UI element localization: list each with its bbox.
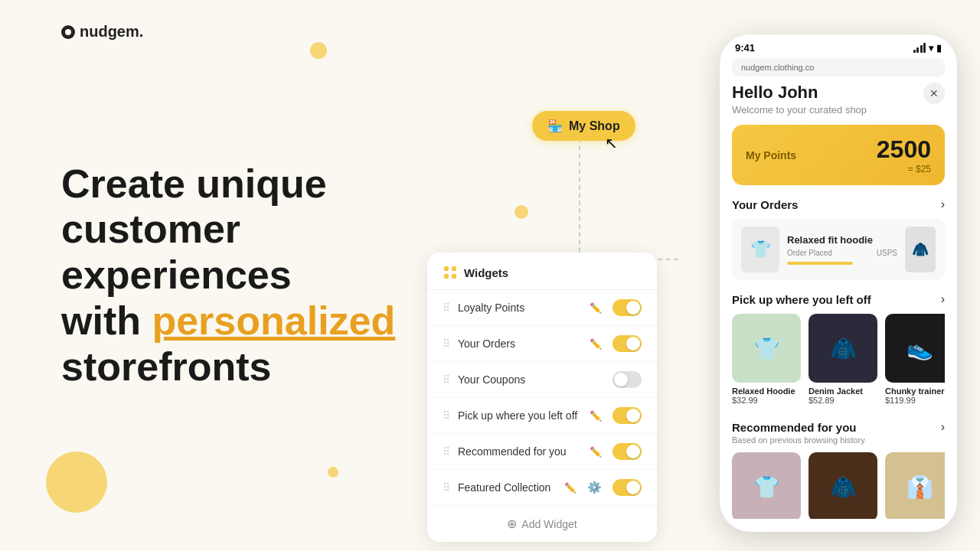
pickup-section-header: Pick up where you left off › [732, 292, 945, 306]
pickup-products-scroll: 👕 Relaxed Hoodie $32.99 🧥 Denim Jacket $… [732, 314, 945, 408]
order-item-image: 👕 [741, 227, 779, 272]
pickup-product-1[interactable]: 🧥 Denim Jacket $52.89 [808, 314, 877, 405]
product-image: 👕 [732, 452, 801, 519]
widget-row-your-coupons: ⠿ Your Coupons [427, 362, 657, 398]
widget-row-featured: ⠿ Featured Collection ✏️ ⚙️ [427, 470, 657, 506]
greeting-title: Hello John [732, 83, 867, 103]
edit-icon[interactable]: ✏️ [590, 410, 602, 422]
widget-label: Your Coupons [458, 373, 605, 386]
widget-row-your-orders: ⠿ Your Orders ✏️ [427, 326, 657, 362]
toggle-pickup[interactable] [612, 407, 642, 424]
orders-section-title: Your Orders [732, 198, 798, 211]
close-panel-button[interactable]: ✕ [923, 83, 945, 104]
product-image: 🧥 [808, 314, 877, 383]
svg-rect-2 [444, 274, 449, 279]
order-progress-bar [787, 262, 853, 265]
order-status-row: Order Placed USPS [787, 249, 897, 257]
pickup-product-2[interactable]: 👟 Chunky trainers $119.99 [885, 314, 945, 405]
product-name: Chunky trainers [885, 386, 945, 396]
widget-panel: Widgets ⠿ Loyalty Points ✏️ ⠿ Your Order… [427, 253, 657, 542]
gear-icon[interactable]: ⚙️ [587, 481, 602, 494]
widget-label: Featured Collection [458, 481, 557, 494]
toggle-your-coupons[interactable] [612, 371, 642, 388]
order-info: Relaxed fit hoodie Order Placed USPS [787, 234, 897, 265]
hero-section: Create unique customer experiences with … [61, 0, 444, 551]
add-widget-row[interactable]: ⊕ Add Widget [427, 506, 657, 542]
deco-circle-2 [514, 205, 528, 219]
phone-header: Hello John Welcome to your curated shop … [732, 83, 945, 116]
pickup-product-0[interactable]: 👕 Relaxed Hoodie $32.99 [732, 314, 801, 405]
edit-icon[interactable]: ✏️ [564, 482, 577, 494]
edit-icon[interactable]: ✏️ [590, 446, 602, 458]
widget-label: Loyalty Points [458, 302, 582, 314]
status-icons: ▾ ▮ [913, 43, 942, 54]
product-name: Relaxed Hoodie [732, 386, 801, 396]
order-status-badge: Order Placed [787, 249, 832, 257]
widget-label: Recommended for you [458, 445, 582, 458]
order-item-name: Relaxed fit hoodie [787, 234, 897, 246]
recommended-product-2[interactable]: 👔 Relaxed Overshirt $59.99 [885, 452, 945, 519]
status-bar: 9:41 ▾ ▮ [720, 34, 957, 58]
toggle-recommended[interactable] [612, 443, 642, 460]
toggle-your-orders[interactable] [612, 335, 642, 352]
product-image: 🧥 [808, 452, 877, 519]
drag-handle[interactable]: ⠿ [443, 481, 450, 494]
recommended-section-header: Recommended for you › [732, 420, 945, 434]
myshop-label: My Shop [569, 119, 620, 133]
greeting-subtitle: Welcome to your curated shop [732, 104, 867, 116]
widget-row-loyalty-points: ⠿ Loyalty Points ✏️ [427, 290, 657, 326]
drag-handle[interactable]: ⠿ [443, 302, 450, 314]
signal-icon [913, 43, 926, 53]
recommended-arrow-icon[interactable]: › [941, 420, 945, 434]
myshop-button[interactable]: 🏪 My Shop [532, 111, 635, 141]
svg-rect-3 [452, 274, 456, 279]
svg-rect-1 [452, 266, 456, 271]
product-image: 👔 [885, 452, 945, 519]
svg-rect-0 [444, 266, 449, 271]
time-display: 9:41 [735, 42, 755, 54]
points-label: My Points [746, 149, 796, 161]
widgets-grid-icon [443, 265, 458, 280]
widget-label: Your Orders [458, 337, 582, 350]
product-image: 👟 [885, 314, 945, 383]
widget-label: Pick up where you left off [458, 409, 582, 422]
cursor-pointer: ↖ [605, 134, 618, 152]
recommended-section-title: Recommended for you [732, 421, 857, 434]
edit-icon[interactable]: ✏️ [590, 338, 602, 350]
toggle-loyalty-points[interactable] [612, 299, 642, 316]
drag-handle[interactable]: ⠿ [443, 373, 450, 386]
greeting-block: Hello John Welcome to your curated shop [732, 83, 867, 116]
points-value-block: 2500 = $25 [877, 135, 931, 174]
product-image: 👕 [732, 314, 801, 383]
wifi-icon: ▾ [929, 43, 933, 54]
recommended-products-scroll: 👕 Relaxed Hoodie $49.99 🧥 Denim Hoodie $… [732, 452, 945, 519]
hero-title: Create unique customer experiences with … [61, 161, 444, 390]
points-card[interactable]: My Points 2500 = $25 [732, 125, 945, 185]
recommended-subtitle: Based on previous browsing history [732, 435, 945, 445]
widget-panel-title: Widgets [464, 266, 508, 279]
recommended-product-1[interactable]: 🧥 Denim Hoodie $62.99 [808, 452, 877, 519]
widget-panel-header: Widgets [427, 253, 657, 290]
points-number: 2500 [877, 135, 931, 164]
toggle-featured[interactable] [612, 479, 642, 496]
order-second-image: 🧥 [905, 227, 936, 272]
orders-section-header: Your Orders › [732, 197, 945, 211]
url-text: nudgem.clothing.co [741, 63, 814, 72]
pickup-arrow-icon[interactable]: › [941, 292, 945, 306]
product-price: $119.99 [885, 396, 945, 405]
drag-handle[interactable]: ⠿ [443, 337, 450, 350]
pickup-section-title: Pick up where you left off [732, 293, 871, 306]
points-equiv: = $25 [877, 164, 931, 174]
drag-handle[interactable]: ⠿ [443, 409, 450, 422]
product-name: Denim Jacket [808, 386, 877, 396]
phone-mockup: 9:41 ▾ ▮ nudgem.clothing.co Hello John W… [720, 34, 957, 532]
recommended-product-0[interactable]: 👕 Relaxed Hoodie $49.99 [732, 452, 801, 519]
drag-handle[interactable]: ⠿ [443, 445, 450, 458]
product-price: $52.89 [808, 396, 877, 405]
myshop-icon: 🏪 [547, 119, 563, 133]
url-bar[interactable]: nudgem.clothing.co [732, 58, 945, 77]
widget-row-pickup: ⠿ Pick up where you left off ✏️ [427, 398, 657, 434]
edit-icon[interactable]: ✏️ [590, 302, 602, 314]
orders-arrow-icon[interactable]: › [941, 197, 945, 211]
order-card[interactable]: 👕 Relaxed fit hoodie Order Placed USPS 🧥 [732, 219, 945, 280]
